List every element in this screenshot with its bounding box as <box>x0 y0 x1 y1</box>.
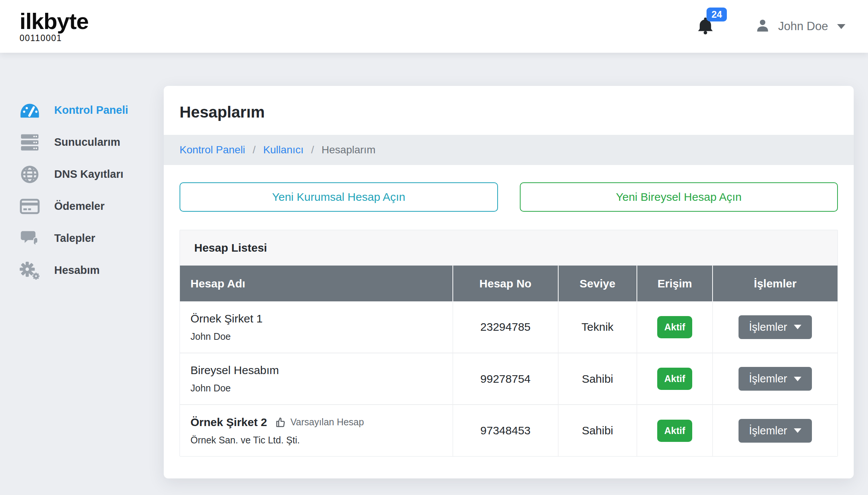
account-name-cell: Bireysel Hesabım John Doe <box>180 353 453 405</box>
account-actions-cell: İşlemler <box>713 405 838 456</box>
comments-icon <box>19 230 41 247</box>
default-account-label: Varsayılan Hesap <box>290 417 364 428</box>
chevron-down-icon <box>794 377 801 381</box>
sidebar-item-label: Sunucularım <box>54 136 120 148</box>
account-actions-cell: İşlemler <box>713 353 838 405</box>
default-account-tag: Varsayılan Hesap <box>274 417 364 428</box>
sidebar-item-label: Ödemeler <box>54 200 105 212</box>
page-content: Kontrol Paneli Sunucularım <box>0 53 868 495</box>
account-subtitle: John Doe <box>190 383 449 394</box>
sidebar-item-label: Talepler <box>54 232 95 244</box>
brand-code: 00110001 <box>20 34 88 43</box>
sidebar-item-sunucularim[interactable]: Sunucularım <box>19 126 164 158</box>
brand-logo[interactable]: ilkbyte 00110001 <box>20 10 88 43</box>
person-icon <box>755 18 771 35</box>
account-no-cell: 23294785 <box>453 301 558 353</box>
account-name-cell: Örnek Şirket 2 Varsayılan Hesap <box>180 405 453 456</box>
account-access-cell: Aktif <box>637 353 713 405</box>
breadcrumb: Kontrol Paneli / Kullanıcı / Hesaplarım <box>164 135 854 165</box>
main-area: Hesaplarım Kontrol Paneli / Kullanıcı / … <box>164 53 868 495</box>
status-badge: Aktif <box>657 368 693 390</box>
table-row: Bireysel Hesabım John Doe 99278754 Sahib… <box>180 353 838 405</box>
servers-icon <box>19 133 41 151</box>
chevron-down-icon <box>794 325 801 329</box>
chevron-down-icon <box>837 24 845 29</box>
breadcrumb-separator: / <box>253 144 256 156</box>
column-header-hesap-no: Hesap No <box>453 266 558 301</box>
table-header-row: Hesap Adı Hesap No Seviye Erişim İşlemle… <box>180 266 838 301</box>
column-header-erisim: Erişim <box>637 266 713 301</box>
account-name: Örnek Şirket 1 <box>190 312 449 325</box>
account-level-cell: Teknik <box>558 301 637 353</box>
bell-icon <box>697 30 714 37</box>
header-right-group: 24 John Doe <box>697 16 845 37</box>
panel-title: Hesap Listesi <box>180 230 838 266</box>
row-actions-label: İşlemler <box>749 321 787 333</box>
credit-card-icon <box>19 198 41 215</box>
account-access-cell: Aktif <box>637 301 713 353</box>
breadcrumb-link-kullanici[interactable]: Kullanıcı <box>263 144 303 156</box>
column-header-islemler: İşlemler <box>713 266 838 301</box>
card-body: Yeni Kurumsal Hesap Açın Yeni Bireysel H… <box>164 165 854 457</box>
sidebar-item-label: Hesabım <box>54 264 100 277</box>
top-header: ilkbyte 00110001 24 John Doe <box>0 0 868 53</box>
row-actions-dropdown-button[interactable]: İşlemler <box>739 367 812 391</box>
user-name: John Doe <box>778 20 828 33</box>
column-header-hesap-adi: Hesap Adı <box>180 266 453 301</box>
notification-count-badge: 24 <box>707 8 727 21</box>
chevron-down-icon <box>794 428 801 433</box>
account-level-cell: Sahibi <box>558 353 637 405</box>
account-level-cell: Sahibi <box>558 405 637 456</box>
sidebar-item-label: Kontrol Paneli <box>54 104 128 116</box>
globe-icon <box>19 165 41 184</box>
account-actions-row: Yeni Kurumsal Hesap Açın Yeni Bireysel H… <box>180 182 838 212</box>
sidebar-item-label: DNS Kayıtları <box>54 168 123 180</box>
user-menu[interactable]: John Doe <box>755 18 845 35</box>
new-corporate-account-button[interactable]: Yeni Kurumsal Hesap Açın <box>180 182 498 212</box>
row-actions-dropdown-button[interactable]: İşlemler <box>739 419 812 443</box>
account-name-text: Örnek Şirket 2 <box>190 416 267 429</box>
thumbs-up-icon <box>274 417 286 428</box>
account-name: Örnek Şirket 2 Varsayılan Hesap <box>190 416 449 429</box>
new-personal-account-button[interactable]: Yeni Bireysel Hesap Açın <box>520 182 838 212</box>
sidebar-item-odemeler[interactable]: Ödemeler <box>19 190 164 222</box>
sidebar-nav: Kontrol Paneli Sunucularım <box>0 53 164 495</box>
account-subtitle: Örnek San. ve Tic Ltd. Şti. <box>190 435 449 446</box>
gears-icon <box>19 261 41 280</box>
notifications-button[interactable]: 24 <box>697 16 714 37</box>
brand-name: ilkbyte <box>20 10 88 33</box>
breadcrumb-separator: / <box>311 144 314 156</box>
status-badge: Aktif <box>657 420 693 442</box>
account-no-cell: 97348453 <box>453 405 558 456</box>
account-actions-cell: İşlemler <box>713 301 838 353</box>
account-list-panel: Hesap Listesi Hesap Adı Hesap No Seviye … <box>180 230 838 457</box>
row-actions-label: İşlemler <box>749 373 787 385</box>
status-badge: Aktif <box>657 316 693 338</box>
page-title: Hesaplarım <box>164 86 854 135</box>
sidebar-item-kontrol-paneli[interactable]: Kontrol Paneli <box>19 94 164 126</box>
table-row: Örnek Şirket 1 John Doe 23294785 Teknik … <box>180 301 838 353</box>
breadcrumb-current: Hesaplarım <box>321 144 375 156</box>
sidebar-item-hesabim[interactable]: Hesabım <box>19 254 164 286</box>
table-row: Örnek Şirket 2 Varsayılan Hesap <box>180 405 838 456</box>
account-no-cell: 99278754 <box>453 353 558 405</box>
accounts-table: Hesap Adı Hesap No Seviye Erişim İşlemle… <box>180 266 838 456</box>
row-actions-dropdown-button[interactable]: İşlemler <box>739 315 812 339</box>
sidebar-item-dns-kayitlari[interactable]: DNS Kayıtları <box>19 158 164 190</box>
content-card: Hesaplarım Kontrol Paneli / Kullanıcı / … <box>164 86 854 478</box>
account-access-cell: Aktif <box>637 405 713 456</box>
breadcrumb-link-kontrol-paneli[interactable]: Kontrol Paneli <box>180 144 245 156</box>
account-name: Bireysel Hesabım <box>190 364 449 377</box>
row-actions-label: İşlemler <box>749 425 787 437</box>
dashboard-icon <box>19 102 41 119</box>
account-subtitle: John Doe <box>190 331 449 342</box>
column-header-seviye: Seviye <box>558 266 637 301</box>
account-name-cell: Örnek Şirket 1 John Doe <box>180 301 453 353</box>
sidebar-item-talepler[interactable]: Talepler <box>19 222 164 254</box>
